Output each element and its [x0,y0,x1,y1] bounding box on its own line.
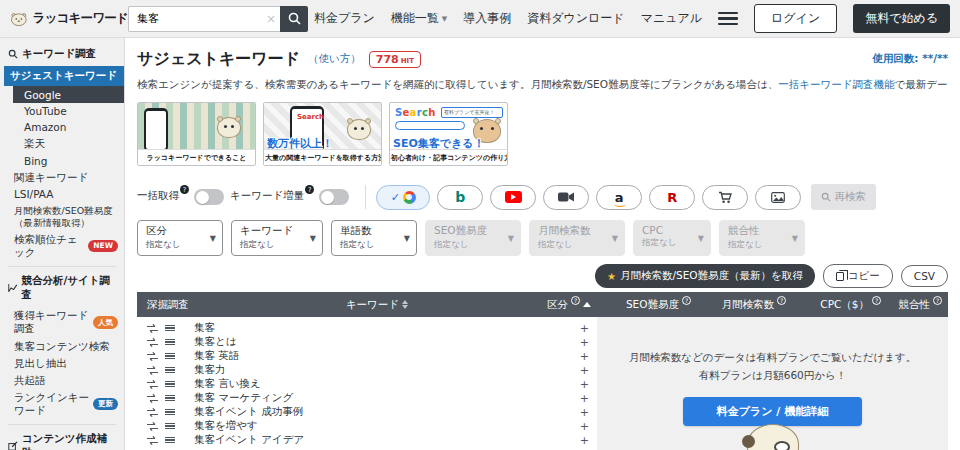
fetch-latest-data-button[interactable]: ★ 月間検索数/SEO難易度（最新）を取得 [595,264,815,288]
dig-search-icon[interactable] [147,338,162,347]
help-icon[interactable]: ? [872,296,881,305]
app-logo[interactable]: ラッコキーワード [10,9,128,29]
banner-bulk-keywords[interactable]: Search 数万件以上！ 大量の関連キーワードを取得する方法 [263,102,382,166]
menu-hamburger-icon[interactable] [718,12,738,26]
otter-illustration [347,119,371,140]
add-kubun-icon[interactable]: + [580,379,589,390]
sidebar-item-cooccurrence[interactable]: 共起語 [0,372,124,389]
add-kubun-icon[interactable]: + [580,323,589,334]
re-search-button[interactable]: 再検索 [811,184,876,210]
add-kubun-icon[interactable]: + [580,351,589,362]
nav-pricing[interactable]: 料金プラン [314,10,375,27]
sidebar-item-suggest-keyword[interactable]: サジェストキーワード [4,66,124,86]
sidebar-item-acquired-keywords[interactable]: 獲得キーワード調査 人気 [0,307,124,337]
sidebar-item-monthly-volume[interactable]: 月間検索数/SEO難易度（最新情報取得） [0,203,124,231]
filter-word-count[interactable]: 単語数指定なし▼ [331,220,417,256]
engine-amazon-button[interactable]: a [596,185,642,210]
engine-bing-button[interactable]: b [437,185,483,210]
sidebar-item-lsi-paa[interactable]: LSI/PAA [0,186,124,203]
column-monthly-volume[interactable]: 月間検索数 ? [697,298,792,312]
filter-kubun[interactable]: 区分指定なし▼ [137,220,223,256]
add-kubun-icon[interactable]: + [580,337,589,348]
main-content: サジェストキーワード （使い方） 778HIT 使用回数: **/** 検索エン… [125,38,960,450]
engine-youtube-button[interactable] [490,185,536,210]
sidebar-item-google[interactable]: Google [13,86,124,103]
dig-search-icon[interactable] [147,436,162,445]
add-kubun-icon[interactable]: + [580,393,589,404]
column-kubun[interactable]: 区分 ? [497,298,597,312]
engine-shopping-button[interactable] [702,185,748,210]
nav-download[interactable]: 資料ダウンロード [527,10,624,27]
engine-image-button[interactable] [755,185,801,210]
chevron-down-icon: ▼ [442,15,447,23]
heading-list-icon[interactable] [165,367,180,374]
dig-search-icon[interactable] [147,366,162,375]
bing-icon: b [455,190,465,204]
nav-features[interactable]: 機能一覧▼ [391,10,447,27]
heading-list-icon[interactable] [165,325,180,332]
app-window: ラッコキーワード × 料金プラン 機能一覧▼ 導入事例 資料ダウンロード マニュ… [0,0,960,450]
help-icon[interactable]: ? [933,296,942,305]
heading-list-icon[interactable] [165,339,180,346]
column-keyword[interactable]: キーワード [257,298,497,312]
help-icon[interactable]: ? [777,296,786,305]
engine-google-button[interactable]: ✓ [376,185,430,210]
heading-list-icon[interactable] [165,395,180,402]
dig-search-icon[interactable] [147,408,162,417]
dig-search-icon[interactable] [147,324,162,333]
dig-search-icon[interactable] [147,394,162,403]
filter-monthly-volume: 月間検索数指定なし▼ [529,220,625,256]
dig-search-icon[interactable] [147,352,162,361]
help-icon[interactable]: ? [180,185,189,194]
add-kubun-icon[interactable]: + [580,365,589,376]
banner-what-you-can-do[interactable]: ラッコキーワードでできること [137,102,256,166]
keyword-search-input[interactable] [128,6,280,32]
sidebar-item-amazon[interactable]: Amazon [0,119,124,135]
heading-list-icon[interactable] [165,437,180,444]
add-kubun-icon[interactable]: + [580,407,589,418]
engine-rakuten-button[interactable]: R [649,185,695,210]
sidebar-item-ranked-keywords[interactable]: ランクインキーワード 更新 [0,389,124,419]
copy-button[interactable]: コピー [823,264,893,288]
nav-case-studies[interactable]: 導入事例 [463,10,511,27]
sidebar-item-traffic-content[interactable]: 集客コンテンツ検索 [0,338,124,355]
filters-row: 区分指定なし▼ キーワード指定なし▼ 単語数指定なし▼ SEO難易度指定なし▼ … [137,220,948,256]
heading-list-icon[interactable] [165,409,180,416]
sidebar-item-heading-extract[interactable]: 見出し抽出 [0,355,124,372]
dig-search-icon[interactable] [147,422,162,431]
howto-link[interactable]: （使い方） [308,52,361,66]
filter-keyword[interactable]: キーワード指定なし▼ [231,220,323,256]
banner-seo-content[interactable]: Search 有料プランで充実化！ SEO集客できる！ 初心者向け・記事コンテン… [389,102,508,166]
keyword-boost-toggle[interactable] [319,189,349,205]
table-header: 深掘調査 キーワード 区分 ? SEO難易度 ? [137,292,948,317]
add-kubun-icon[interactable]: + [580,421,589,432]
heading-list-icon[interactable] [165,353,180,360]
heading-list-icon[interactable] [165,381,180,388]
sidebar-item-rank-check[interactable]: 検索順位チェック NEW [0,231,124,261]
nav-manual[interactable]: マニュアル [641,10,702,27]
help-icon[interactable]: ? [571,296,580,305]
help-icon[interactable]: ? [682,296,691,305]
search-submit-button[interactable] [280,6,308,32]
dig-search-icon[interactable] [147,380,162,389]
column-competition[interactable]: 競合性 ? [887,298,948,312]
updated-badge: 更新 [93,398,118,410]
sidebar-item-related-keywords[interactable]: 関連キーワード [0,169,124,186]
column-cpc[interactable]: CPC（$） ? [792,298,887,312]
engine-video-button[interactable] [543,185,589,210]
add-kubun-icon[interactable]: + [580,435,589,446]
sidebar-item-rakuten[interactable]: 楽天 [0,135,124,153]
login-button[interactable]: ログイン [754,4,837,33]
sidebar-item-youtube[interactable]: YouTube [0,103,124,119]
sidebar-item-bing[interactable]: Bing [0,153,124,169]
table-row: 集客とは + [137,335,597,349]
clear-search-icon[interactable]: × [266,13,276,25]
column-seo-difficulty[interactable]: SEO難易度 ? [597,298,697,312]
bulk-research-link[interactable]: 一括キーワード調査機能 [778,78,894,90]
pricing-plan-button[interactable]: 料金プラン / 機能詳細 [683,397,862,426]
help-icon[interactable]: ? [305,185,314,194]
bulk-fetch-toggle[interactable] [194,189,224,205]
signup-button[interactable]: 無料で始める [853,4,950,33]
heading-list-icon[interactable] [165,423,180,430]
csv-export-button[interactable]: CSV [901,265,948,287]
